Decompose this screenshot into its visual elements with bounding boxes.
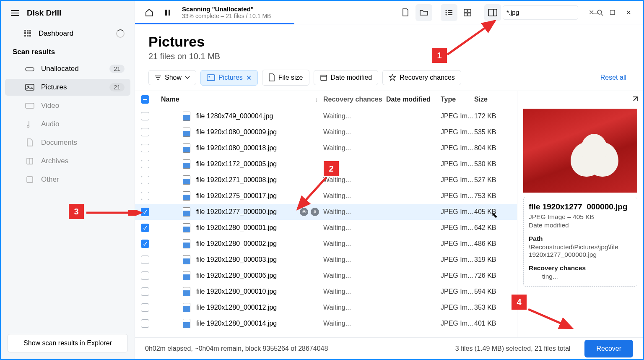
recovery-status: Waiting... <box>323 272 386 279</box>
folder-view-button[interactable] <box>415 4 432 21</box>
preview-type: JPEG Image – 405 KB <box>529 213 632 221</box>
sidebar-item-pictures[interactable]: Pictures 21 <box>5 79 130 96</box>
file-type: JPEG Im... <box>441 208 474 216</box>
sidebar-item-video[interactable]: Video <box>5 97 130 114</box>
hash-icon[interactable]: # <box>311 208 319 216</box>
table-row[interactable]: ✓ file 1920x1280_000001.jpg Waiting... J… <box>135 220 517 236</box>
search-input[interactable] <box>506 9 586 16</box>
col-size[interactable]: Size <box>474 96 511 103</box>
table-row[interactable]: file 1920x1080_000018.jpg Waiting... JPE… <box>135 140 517 156</box>
disk-icon <box>25 65 34 73</box>
file-size: 642 KB <box>474 224 511 232</box>
sidebar-item-unallocated[interactable]: Unallocated 21 <box>5 60 130 77</box>
svg-rect-0 <box>26 68 34 71</box>
file-name: file 1920x1280_000003.jpg <box>196 256 277 263</box>
scan-subtitle: 33% complete – 21 files / 10.1 MB <box>182 13 271 19</box>
row-checkbox[interactable] <box>141 112 149 120</box>
show-dropdown[interactable]: Show <box>148 70 196 85</box>
maximize-button[interactable]: ☐ <box>610 9 615 16</box>
scan-title: Scanning "Unallocated" <box>182 5 271 13</box>
menu-icon[interactable] <box>11 10 19 16</box>
row-checkbox[interactable] <box>141 192 149 200</box>
preview-path: \Reconstructed\Pictures\jpg\file 1920x12… <box>529 243 632 258</box>
recovery-status: Waiting... <box>323 128 386 136</box>
select-all-checkbox[interactable] <box>141 95 149 104</box>
row-checkbox[interactable] <box>141 128 149 136</box>
row-checkbox[interactable] <box>141 160 149 168</box>
recovery-status: Waiting... <box>323 288 386 295</box>
file-name: file 1920x1280_000014.jpg <box>196 320 277 327</box>
row-checkbox[interactable] <box>141 271 149 280</box>
file-icon <box>183 143 190 153</box>
filter-pictures[interactable]: Pictures ✕ <box>200 70 258 86</box>
table-row[interactable]: file 1920x1280_000006.jpg Waiting... JPE… <box>135 268 517 284</box>
sidebar-item-audio[interactable]: Audio <box>5 116 130 133</box>
row-checkbox[interactable] <box>141 144 149 152</box>
filter-recovery[interactable]: Recovery chances <box>382 70 461 85</box>
remove-filter-icon[interactable]: ✕ <box>246 74 252 82</box>
table-row[interactable]: file 1920x1280_000014.jpg Waiting... JPE… <box>135 316 517 331</box>
row-checkbox[interactable] <box>141 287 149 296</box>
table-row[interactable]: file 1920x1271_000008.jpg Waiting... JPE… <box>135 172 517 188</box>
list-view-button[interactable] <box>441 4 457 21</box>
file-icon <box>183 128 190 137</box>
table-row[interactable]: file 1920x1080_000009.jpg Waiting... JPE… <box>135 124 517 140</box>
progress-bar <box>135 23 294 24</box>
sidebar-dashboard[interactable]: Dashboard <box>1 25 135 42</box>
file-size: 401 KB <box>474 320 511 327</box>
grid-view-button[interactable] <box>459 4 476 21</box>
svg-point-12 <box>446 12 447 13</box>
file-size: 804 KB <box>474 144 511 152</box>
file-name: file 1920x1080_000018.jpg <box>196 144 277 152</box>
minimize-button[interactable]: — <box>592 9 599 16</box>
status-right: 3 files (1.49 MB) selected, 21 files tot… <box>455 345 571 352</box>
preview-rc-label: Recovery chances <box>529 264 632 272</box>
recover-button[interactable]: Recover <box>584 340 633 357</box>
table-row[interactable]: file 1920x1172_000005.jpg ng... JPEG Im.… <box>135 156 517 172</box>
sidebar-item-archives[interactable]: Archives <box>5 153 130 170</box>
sidebar-item-documents[interactable]: Documents <box>5 134 130 151</box>
preview-filename: file 1920x1277_000000.jpg <box>529 202 632 211</box>
show-in-explorer-button[interactable]: Show scan results in Explorer <box>8 334 128 352</box>
recovery-status: Waiting... <box>323 320 386 327</box>
col-name[interactable]: Name↓ <box>158 96 323 103</box>
table-row[interactable]: ✓ file 1920x1280_000002.jpg Waiting... J… <box>135 236 517 252</box>
table-row[interactable]: ✓ file 1920x1277_000000.jpg👁# Waiting...… <box>135 204 517 220</box>
row-checkbox[interactable]: ✓ <box>141 224 149 232</box>
row-checkbox[interactable] <box>141 303 149 312</box>
row-checkbox[interactable]: ✓ <box>141 240 149 248</box>
row-checkbox[interactable]: ✓ <box>141 208 149 216</box>
table-row[interactable]: file 1920x1280_000003.jpg Waiting... JPE… <box>135 252 517 268</box>
close-button[interactable]: ✕ <box>626 9 631 16</box>
table-row[interactable]: file 1920x1280_000010.jpg Waiting... JPE… <box>135 284 517 300</box>
preview-pane-button[interactable] <box>484 4 501 21</box>
file-view-button[interactable] <box>397 4 414 21</box>
recovery-status: Waiting... <box>323 224 386 232</box>
reset-filters[interactable]: Reset all <box>600 74 630 81</box>
table-row[interactable]: file 1280x749_000004.jpg Waiting... JPEG… <box>135 108 517 124</box>
row-checkbox[interactable] <box>141 176 149 184</box>
pause-button[interactable] <box>159 4 176 21</box>
other-icon <box>25 176 34 183</box>
filter-filesize[interactable]: File size <box>262 70 309 86</box>
search-box[interactable]: ✕ <box>503 5 578 20</box>
image-icon <box>25 83 34 91</box>
row-checkbox[interactable] <box>141 319 149 328</box>
filter-date[interactable]: Date modified <box>314 70 379 85</box>
row-checkbox[interactable] <box>141 256 149 264</box>
eye-icon[interactable]: 👁 <box>300 208 308 216</box>
sidebar-item-other[interactable]: Other <box>5 171 130 188</box>
col-recovery[interactable]: Recovery chances <box>323 96 386 103</box>
col-type[interactable]: Type <box>441 96 474 103</box>
recovery-status: ng... <box>323 160 386 168</box>
svg-point-28 <box>209 76 210 78</box>
table-row[interactable]: file 1920x1280_000012.jpg Waiting... JPE… <box>135 300 517 316</box>
chevron-down-icon <box>185 76 190 79</box>
home-button[interactable] <box>141 4 158 21</box>
expand-icon[interactable] <box>631 96 638 104</box>
svg-rect-29 <box>321 75 327 81</box>
video-icon <box>25 102 34 110</box>
col-date[interactable]: Date modified <box>386 96 441 103</box>
table-row[interactable]: file 1920x1275_000017.jpg Waiting... JPE… <box>135 188 517 204</box>
spinner-icon <box>116 29 125 38</box>
